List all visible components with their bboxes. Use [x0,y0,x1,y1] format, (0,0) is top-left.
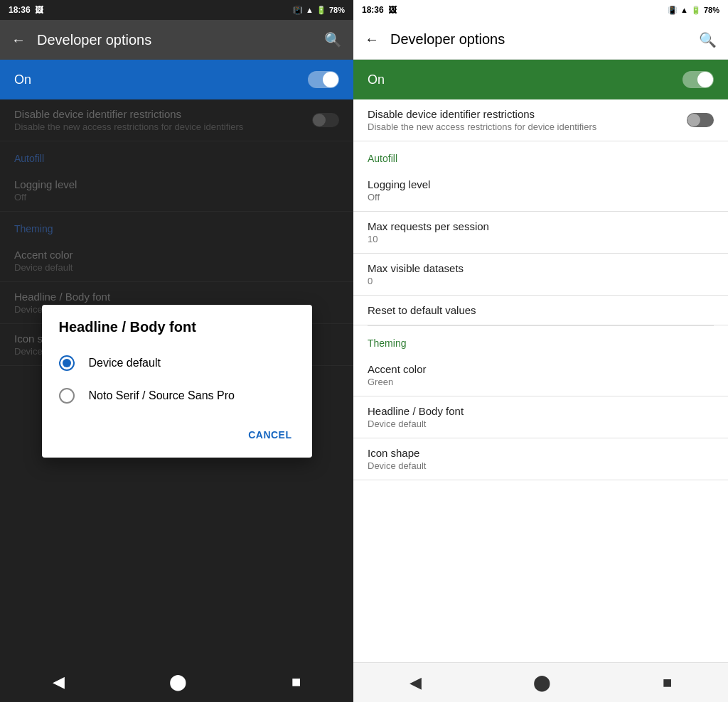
dialog-overlay[interactable]: Headline / Body font Device default Noto… [0,99,353,662]
icon-shape-title-right: Icon shape [368,447,714,459]
search-button-right[interactable]: 🔍 [699,31,717,48]
cancel-button[interactable]: CANCEL [240,423,300,446]
dialog-option-1[interactable]: Device default [59,347,295,379]
wifi-icon: ▲ [306,6,314,14]
max-requests-item-right[interactable]: Max requests per session 10 [353,212,728,254]
page-title-right: Developer options [390,31,687,48]
icon-shape-item-right[interactable]: Icon shape Device default [353,438,728,480]
status-bar-right: 18:36 🖼 📳 ▲ 🔋 78% [353,0,728,20]
on-banner-left[interactable]: On [0,60,353,99]
disable-device-title-right: Disable device identifier restrictions [368,108,687,120]
dialog-option-2[interactable]: Noto Serif / Source Sans Pro [59,379,295,412]
vibrate-icon-right: 📳 [668,6,678,15]
recents-nav-left[interactable]: ■ [291,673,301,691]
theming-section-right: Theming [353,326,728,355]
max-visible-title-right: Max visible datasets [368,262,714,274]
search-button-left[interactable]: 🔍 [324,31,342,48]
wifi-icon-right: ▲ [680,6,688,14]
max-requests-title-right: Max requests per session [368,220,714,232]
settings-content-right: Disable device identifier restrictions D… [353,99,728,662]
autofill-section-right: Autofill [353,141,728,170]
radio-outer-1 [59,355,75,371]
on-label-right: On [368,72,385,87]
battery-icon-right: 🔋 [691,6,701,15]
back-nav-right[interactable]: ◀ [410,674,422,692]
back-button-left[interactable]: ← [11,32,26,48]
time-right: 18:36 [362,5,384,15]
photo-icon: 🖼 [35,5,43,15]
status-bar-left: 18:36 🖼 📳 ▲ 🔋 78% [0,0,353,20]
toolbar-right: ← Developer options 🔍 [353,20,728,60]
back-button-right[interactable]: ← [365,31,379,48]
developer-toggle-right[interactable] [682,71,714,88]
back-nav-left[interactable]: ◀ [53,673,65,691]
dialog-option-label-1: Device default [89,357,161,369]
battery-icon: 🔋 [316,6,326,15]
vibrate-icon: 📳 [293,6,303,15]
battery-pct-left: 78% [329,6,345,14]
right-panel: 18:36 🖼 📳 ▲ 🔋 78% ← Developer options 🔍 … [353,0,728,702]
accent-color-item-right[interactable]: Accent color Green [353,355,728,396]
time-left: 18:36 [9,5,31,15]
dialog-actions: CANCEL [42,418,312,458]
dialog-title: Headline / Body font [42,305,312,347]
on-banner-right[interactable]: On [353,60,728,99]
max-requests-subtitle-right: 10 [368,234,714,244]
logging-level-subtitle-right: Off [368,192,714,202]
nav-bar-right: ◀ ⬤ ■ [353,662,728,702]
left-panel: 18:36 🖼 📳 ▲ 🔋 78% ← Developer options 🔍 … [0,0,353,702]
font-dialog: Headline / Body font Device default Noto… [42,305,312,458]
disable-device-thumb-right [687,114,700,126]
home-nav-left[interactable]: ⬤ [169,673,187,691]
logging-level-item-right[interactable]: Logging level Off [353,170,728,212]
nav-bar-left: ◀ ⬤ ■ [0,662,353,702]
radio-empty-2 [59,388,75,404]
radio-inner-1 [63,359,71,367]
accent-color-title-right: Accent color [368,363,714,375]
headline-font-title-right: Headline / Body font [368,405,714,417]
on-label-left: On [14,72,31,87]
photo-icon-right: 🖼 [388,5,397,15]
reset-defaults-item-right[interactable]: Reset to default values [353,296,728,325]
disable-device-item-right[interactable]: Disable device identifier restrictions D… [353,99,728,141]
battery-pct-right: 78% [704,6,719,14]
recents-nav-right[interactable]: ■ [663,674,672,692]
dialog-option-label-2: Noto Serif / Source Sans Pro [89,389,235,402]
icon-shape-subtitle-right: Device default [368,460,714,471]
reset-defaults-title-right: Reset to default values [368,304,714,316]
headline-font-subtitle-right: Device default [368,418,714,429]
accent-color-subtitle-right: Green [368,377,714,387]
toggle-thumb-right [697,72,713,87]
toggle-thumb-left [323,72,338,87]
home-nav-right[interactable]: ⬤ [533,674,551,692]
max-visible-subtitle-right: 0 [368,276,714,286]
dialog-options: Device default Noto Serif / Source Sans … [42,347,312,418]
max-visible-item-right[interactable]: Max visible datasets 0 [353,254,728,296]
headline-font-item-right[interactable]: Headline / Body font Device default [353,396,728,438]
disable-device-toggle-right[interactable] [687,113,714,127]
page-title-left: Developer options [37,32,313,48]
logging-level-title-right: Logging level [368,178,714,190]
settings-content-left: Disable device identifier restrictions D… [0,99,353,662]
disable-device-subtitle-right: Disable the new access restrictions for … [368,122,687,132]
developer-toggle-left[interactable] [308,71,339,88]
toolbar-left: ← Developer options 🔍 [0,20,353,60]
